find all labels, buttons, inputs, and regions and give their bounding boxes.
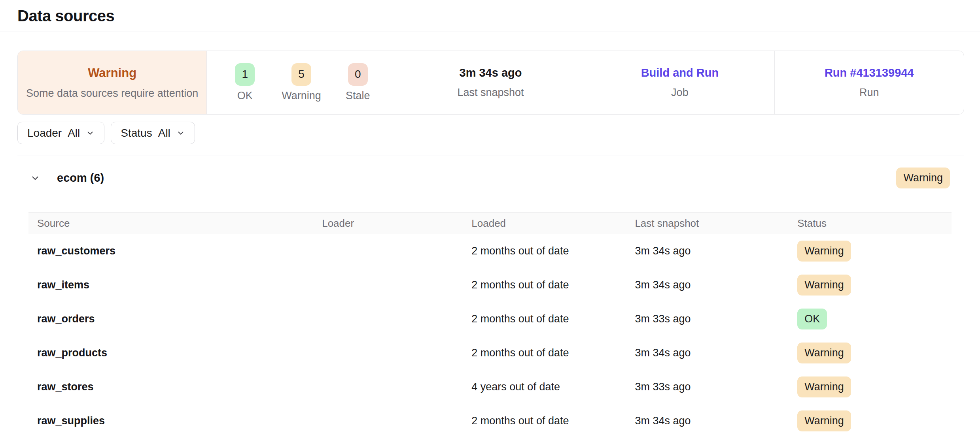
data-sources-table: Source Loader Loaded Last snapshot Statu… — [28, 212, 952, 438]
loader-filter-label: Loader — [27, 127, 62, 139]
stale-count-label: Stale — [346, 90, 370, 102]
column-header-source: Source — [28, 217, 322, 230]
loaded-cell: 2 months out of date — [471, 313, 635, 325]
ok-count-pill: 1 — [235, 63, 255, 86]
warning-count-label: Warning — [282, 90, 321, 102]
status-cell: Warning — [797, 376, 952, 397]
status-counts: 1 OK 5 Warning 0 Stale — [231, 63, 372, 102]
count-stale: 0 Stale — [344, 63, 372, 102]
last-snapshot-value: 3m 34s ago — [460, 66, 522, 79]
source-name: raw_supplies — [28, 415, 322, 427]
last-snapshot-cell: 3m 34s ago Last snapshot — [396, 51, 585, 114]
section-divider — [17, 156, 964, 156]
count-warning: 5 Warning — [282, 63, 321, 102]
last-snapshot-cell: 3m 34s ago — [635, 415, 797, 427]
status-cell: OK — [797, 309, 952, 329]
job-link[interactable]: Build and Run — [641, 66, 719, 79]
last-snapshot-cell: 3m 34s ago — [635, 347, 797, 359]
source-name: raw_customers — [28, 245, 322, 257]
status-filter-value: All — [158, 127, 170, 139]
loaded-cell: 4 years out of date — [471, 381, 635, 393]
page-title: Data sources — [17, 7, 114, 25]
status-badge: Warning — [797, 241, 851, 262]
ok-count-label: OK — [237, 90, 253, 102]
source-name: raw_items — [28, 279, 322, 291]
main-content: Warning Some data sources require attent… — [0, 51, 980, 438]
status-badge: Warning — [797, 410, 851, 431]
status-cell: Warning — [797, 410, 952, 431]
stale-count-pill: 0 — [348, 63, 368, 86]
run-cell: Run #413139944 Run — [775, 51, 964, 114]
loader-filter-dropdown[interactable]: Loader All — [17, 122, 104, 144]
run-label: Run — [859, 87, 879, 99]
last-snapshot-cell: 3m 33s ago — [635, 313, 797, 325]
table-row-raw-customers[interactable]: raw_customers 2 months out of date 3m 34… — [28, 234, 952, 268]
table-row-raw-items[interactable]: raw_items 2 months out of date 3m 34s ag… — [28, 268, 952, 302]
warning-count-pill: 5 — [291, 63, 311, 86]
last-snapshot-label: Last snapshot — [457, 87, 524, 99]
status-badge: Warning — [797, 376, 851, 397]
chevron-down-icon — [86, 129, 95, 137]
last-snapshot-cell: 3m 34s ago — [635, 245, 797, 257]
status-badge: Warning — [797, 275, 851, 296]
overall-status-subtitle: Some data sources require attention — [26, 87, 198, 100]
status-counts-cell: 1 OK 5 Warning 0 Stale — [207, 51, 396, 114]
column-header-loader: Loader — [322, 217, 471, 230]
source-name: raw_orders — [28, 313, 322, 325]
loaded-cell: 2 months out of date — [471, 279, 635, 291]
chevron-down-icon[interactable] — [29, 172, 41, 184]
table-row-raw-products[interactable]: raw_products 2 months out of date 3m 34s… — [28, 336, 952, 370]
job-cell: Build and Run Job — [585, 51, 774, 114]
group-name: ecom (6) — [57, 171, 104, 184]
status-badge: OK — [797, 309, 827, 329]
table-header-row: Source Loader Loaded Last snapshot Statu… — [28, 212, 952, 234]
overall-status-cell: Warning Some data sources require attent… — [18, 51, 207, 114]
table-row-raw-supplies[interactable]: raw_supplies 2 months out of date 3m 34s… — [28, 404, 952, 438]
overall-status-title: Warning — [88, 66, 136, 80]
source-name: raw_products — [28, 347, 322, 359]
table-row-raw-stores[interactable]: raw_stores 4 years out of date 3m 33s ag… — [28, 370, 952, 404]
run-link[interactable]: Run #413139944 — [825, 66, 914, 79]
chevron-down-icon — [176, 129, 185, 137]
status-cell: Warning — [797, 343, 952, 363]
status-filter-label: Status — [121, 127, 152, 139]
status-badge: Warning — [797, 343, 851, 363]
loader-filter-value: All — [68, 127, 80, 139]
table-row-raw-orders[interactable]: raw_orders 2 months out of date 3m 33s a… — [28, 302, 952, 336]
job-label: Job — [671, 87, 689, 99]
column-header-status: Status — [797, 217, 952, 230]
status-cell: Warning — [797, 241, 952, 262]
last-snapshot-cell: 3m 33s ago — [635, 381, 797, 393]
status-filter-dropdown[interactable]: Status All — [111, 122, 195, 144]
loaded-cell: 2 months out of date — [471, 245, 635, 257]
loaded-cell: 2 months out of date — [471, 415, 635, 427]
loaded-cell: 2 months out of date — [471, 347, 635, 359]
count-ok: 1 OK — [231, 63, 259, 102]
page-header: Data sources — [0, 0, 980, 32]
summary-card: Warning Some data sources require attent… — [17, 51, 964, 115]
last-snapshot-cell: 3m 34s ago — [635, 279, 797, 291]
status-cell: Warning — [797, 275, 952, 296]
source-name: raw_stores — [28, 381, 322, 393]
column-header-last-snapshot: Last snapshot — [635, 217, 797, 230]
filter-bar: Loader All Status All — [17, 122, 964, 144]
group-status-badge: Warning — [896, 168, 950, 188]
group-header-ecom[interactable]: ecom (6) Warning — [17, 168, 964, 188]
column-header-loaded: Loaded — [471, 217, 635, 230]
